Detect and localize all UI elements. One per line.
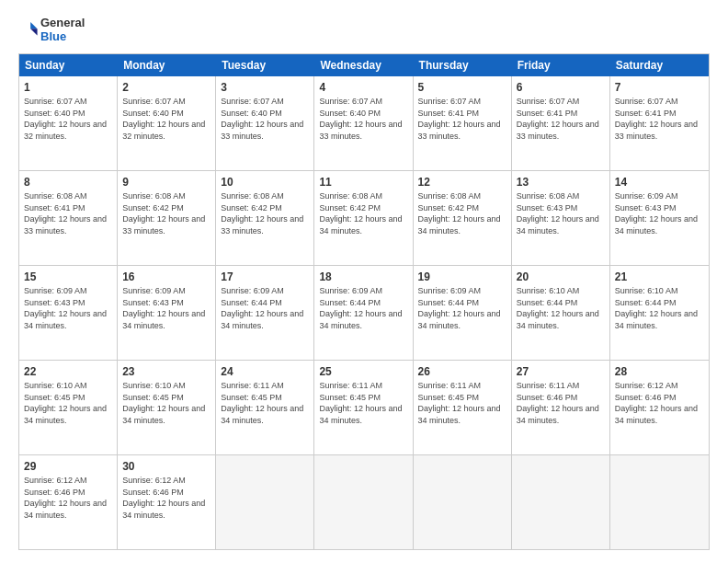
day-number: 28 (615, 364, 704, 379)
calendar: SundayMondayTuesdayWednesdayThursdayFrid… (18, 53, 710, 550)
calendar-cell (610, 455, 709, 549)
logo-text: General Blue (40, 17, 85, 44)
calendar-cell: 16Sunrise: 6:09 AMSunset: 6:43 PMDayligh… (118, 266, 216, 360)
calendar-cell: 29Sunrise: 6:12 AMSunset: 6:46 PMDayligh… (19, 455, 118, 549)
calendar-cell: 8Sunrise: 6:08 AMSunset: 6:41 PMDaylight… (19, 171, 118, 265)
day-info: Sunrise: 6:08 AMSunset: 6:42 PMDaylight:… (319, 190, 407, 236)
day-info: Sunrise: 6:12 AMSunset: 6:46 PMDaylight:… (24, 475, 112, 521)
day-info: Sunrise: 6:09 AMSunset: 6:43 PMDaylight:… (24, 285, 112, 331)
header: General Blue (18, 17, 710, 44)
calendar-header-cell: Monday (118, 54, 216, 76)
calendar-row: 8Sunrise: 6:08 AMSunset: 6:41 PMDaylight… (19, 171, 709, 266)
svg-marker-0 (30, 22, 37, 29)
svg-marker-1 (30, 29, 37, 35)
day-number: 18 (319, 270, 407, 284)
calendar-cell: 14Sunrise: 6:09 AMSunset: 6:43 PMDayligh… (610, 171, 709, 265)
day-info: Sunrise: 6:09 AMSunset: 6:44 PMDaylight:… (221, 285, 309, 331)
calendar-header: SundayMondayTuesdayWednesdayThursdayFrid… (19, 54, 709, 76)
calendar-cell: 6Sunrise: 6:07 AMSunset: 6:41 PMDaylight… (512, 76, 610, 170)
day-info: Sunrise: 6:11 AMSunset: 6:46 PMDaylight:… (517, 380, 605, 426)
calendar-cell: 13Sunrise: 6:08 AMSunset: 6:43 PMDayligh… (512, 171, 610, 265)
day-number: 13 (517, 175, 605, 190)
day-info: Sunrise: 6:07 AMSunset: 6:40 PMDaylight:… (319, 96, 407, 142)
calendar-cell: 20Sunrise: 6:10 AMSunset: 6:44 PMDayligh… (512, 266, 610, 360)
day-number: 19 (418, 270, 506, 284)
calendar-cell: 10Sunrise: 6:08 AMSunset: 6:42 PMDayligh… (216, 171, 314, 265)
calendar-header-cell: Wednesday (314, 54, 413, 76)
calendar-cell: 22Sunrise: 6:10 AMSunset: 6:45 PMDayligh… (19, 361, 118, 454)
calendar-cell (414, 455, 512, 549)
day-info: Sunrise: 6:12 AMSunset: 6:46 PMDaylight:… (122, 475, 210, 521)
day-number: 24 (221, 364, 309, 379)
day-number: 25 (319, 364, 407, 379)
day-info: Sunrise: 6:07 AMSunset: 6:40 PMDaylight:… (122, 96, 210, 142)
day-info: Sunrise: 6:07 AMSunset: 6:41 PMDaylight:… (615, 96, 704, 142)
calendar-cell: 30Sunrise: 6:12 AMSunset: 6:46 PMDayligh… (118, 455, 216, 549)
calendar-cell: 12Sunrise: 6:08 AMSunset: 6:42 PMDayligh… (414, 171, 512, 265)
day-number: 16 (122, 270, 210, 284)
calendar-cell (216, 455, 314, 549)
calendar-row: 22Sunrise: 6:10 AMSunset: 6:45 PMDayligh… (19, 361, 709, 455)
calendar-row: 29Sunrise: 6:12 AMSunset: 6:46 PMDayligh… (19, 455, 709, 549)
day-number: 11 (319, 175, 407, 190)
day-number: 6 (517, 80, 605, 95)
day-info: Sunrise: 6:08 AMSunset: 6:41 PMDaylight:… (24, 190, 112, 236)
day-number: 29 (24, 459, 112, 474)
day-info: Sunrise: 6:07 AMSunset: 6:41 PMDaylight:… (517, 96, 605, 142)
day-number: 30 (122, 459, 210, 474)
day-info: Sunrise: 6:08 AMSunset: 6:42 PMDaylight:… (122, 190, 210, 236)
calendar-header-cell: Friday (512, 54, 610, 76)
day-number: 14 (615, 175, 704, 190)
day-info: Sunrise: 6:09 AMSunset: 6:43 PMDaylight:… (122, 285, 210, 331)
day-number: 10 (221, 175, 309, 190)
day-number: 1 (24, 80, 112, 95)
day-info: Sunrise: 6:10 AMSunset: 6:45 PMDaylight:… (122, 380, 210, 426)
calendar-cell: 26Sunrise: 6:11 AMSunset: 6:45 PMDayligh… (414, 361, 512, 454)
calendar-cell: 3Sunrise: 6:07 AMSunset: 6:40 PMDaylight… (216, 76, 314, 170)
day-info: Sunrise: 6:09 AMSunset: 6:44 PMDaylight:… (418, 285, 506, 331)
day-number: 27 (517, 364, 605, 379)
calendar-cell: 2Sunrise: 6:07 AMSunset: 6:40 PMDaylight… (118, 76, 216, 170)
day-number: 21 (615, 270, 704, 284)
day-info: Sunrise: 6:11 AMSunset: 6:45 PMDaylight:… (221, 380, 309, 426)
calendar-cell: 18Sunrise: 6:09 AMSunset: 6:44 PMDayligh… (314, 266, 413, 360)
calendar-row: 15Sunrise: 6:09 AMSunset: 6:43 PMDayligh… (19, 266, 709, 361)
logo-icon (18, 19, 39, 40)
calendar-cell: 4Sunrise: 6:07 AMSunset: 6:40 PMDaylight… (314, 76, 413, 170)
calendar-cell: 19Sunrise: 6:09 AMSunset: 6:44 PMDayligh… (414, 266, 512, 360)
day-info: Sunrise: 6:09 AMSunset: 6:44 PMDaylight:… (319, 285, 407, 331)
calendar-cell: 15Sunrise: 6:09 AMSunset: 6:43 PMDayligh… (19, 266, 118, 360)
calendar-cell: 5Sunrise: 6:07 AMSunset: 6:41 PMDaylight… (414, 76, 512, 170)
calendar-cell: 9Sunrise: 6:08 AMSunset: 6:42 PMDaylight… (118, 171, 216, 265)
day-info: Sunrise: 6:07 AMSunset: 6:41 PMDaylight:… (418, 96, 506, 142)
calendar-header-cell: Sunday (19, 54, 118, 76)
day-number: 15 (24, 270, 112, 284)
logo: General Blue (18, 17, 85, 44)
day-number: 22 (24, 364, 112, 379)
day-info: Sunrise: 6:12 AMSunset: 6:46 PMDaylight:… (615, 380, 704, 426)
calendar-cell: 23Sunrise: 6:10 AMSunset: 6:45 PMDayligh… (118, 361, 216, 454)
day-info: Sunrise: 6:07 AMSunset: 6:40 PMDaylight:… (221, 96, 309, 142)
calendar-header-cell: Tuesday (216, 54, 314, 76)
calendar-cell (512, 455, 610, 549)
calendar-header-cell: Thursday (414, 54, 512, 76)
day-number: 12 (418, 175, 506, 190)
day-info: Sunrise: 6:08 AMSunset: 6:42 PMDaylight:… (418, 190, 506, 236)
day-info: Sunrise: 6:11 AMSunset: 6:45 PMDaylight:… (319, 380, 407, 426)
day-info: Sunrise: 6:08 AMSunset: 6:43 PMDaylight:… (517, 190, 605, 236)
calendar-body: 1Sunrise: 6:07 AMSunset: 6:40 PMDaylight… (19, 76, 709, 549)
day-number: 7 (615, 80, 704, 95)
logo-blue: Blue (40, 29, 66, 43)
calendar-cell: 27Sunrise: 6:11 AMSunset: 6:46 PMDayligh… (512, 361, 610, 454)
calendar-cell: 28Sunrise: 6:12 AMSunset: 6:46 PMDayligh… (610, 361, 709, 454)
logo-general: General (40, 16, 85, 29)
day-info: Sunrise: 6:10 AMSunset: 6:44 PMDaylight:… (517, 285, 605, 331)
day-number: 20 (517, 270, 605, 284)
day-info: Sunrise: 6:10 AMSunset: 6:45 PMDaylight:… (24, 380, 112, 426)
day-info: Sunrise: 6:09 AMSunset: 6:43 PMDaylight:… (615, 190, 704, 236)
day-number: 26 (418, 364, 506, 379)
day-number: 3 (221, 80, 309, 95)
day-info: Sunrise: 6:11 AMSunset: 6:45 PMDaylight:… (418, 380, 506, 426)
calendar-cell: 17Sunrise: 6:09 AMSunset: 6:44 PMDayligh… (216, 266, 314, 360)
page: General Blue SundayMondayTuesdayWednesda… (0, 0, 728, 563)
